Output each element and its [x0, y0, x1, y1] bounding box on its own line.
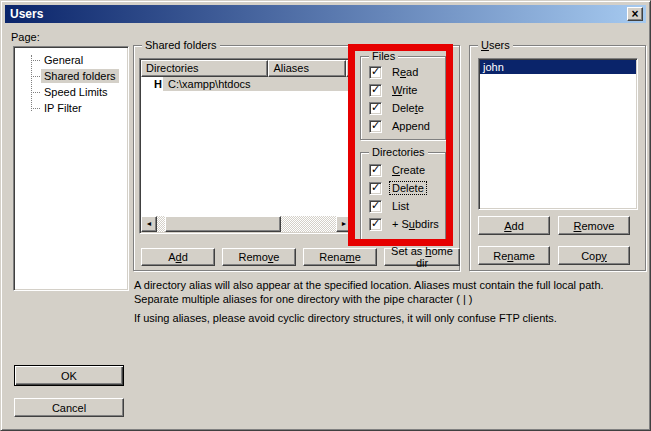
checkbox-write[interactable]: ✓Write — [369, 83, 419, 97]
directories-list[interactable]: Directories Aliases H C:\xampp\htdocs ◄ … — [139, 58, 354, 234]
check-icon: ✓ — [371, 65, 380, 78]
sidebar-item-shared-folders[interactable]: Shared folders — [14, 68, 126, 84]
users-group: Users john Add Remove Rename Copy — [469, 45, 646, 271]
sidebar-item-label: General — [41, 53, 86, 67]
users-list[interactable]: john — [478, 58, 638, 210]
sidebar-item-label-selected: Shared folders — [41, 69, 119, 83]
horizontal-scrollbar[interactable]: ◄ ► — [141, 216, 352, 232]
close-button[interactable]: × — [627, 7, 643, 21]
checkbox-box[interactable]: ✓ — [369, 102, 382, 115]
tree-branch-line — [31, 92, 40, 93]
scrollbar-thumb[interactable] — [165, 216, 281, 232]
close-icon: × — [631, 7, 638, 21]
home-dir-marker: H — [154, 77, 162, 91]
shared-folders-group: Shared folders Directories Aliases H C:\… — [133, 45, 460, 271]
checkbox-label: Append — [390, 120, 432, 132]
user-remove-button[interactable]: Remove — [558, 216, 630, 235]
tree-branch-line — [31, 76, 40, 77]
checkbox-label: Write — [390, 84, 419, 96]
directory-path: C:\xampp\htdocs — [168, 78, 251, 90]
checkbox-list[interactable]: ✓List — [369, 199, 411, 213]
checkbox-label: Delete — [390, 102, 426, 114]
sidebar-item-label: IP Filter — [41, 101, 85, 115]
column-header-filler — [346, 60, 352, 77]
tree-branch-line — [31, 108, 40, 109]
shared-add-button[interactable]: Add — [141, 248, 215, 266]
checkbox-label: Create — [390, 164, 427, 176]
column-header-directories[interactable]: Directories — [141, 60, 268, 77]
directories-group-label: Directories — [369, 146, 428, 158]
checkbox-label: + Subdirs — [390, 218, 441, 230]
checkbox-create[interactable]: ✓Create — [369, 163, 427, 177]
sidebar-item-label: Speed Limits — [41, 85, 111, 99]
user-rename-button[interactable]: Rename — [478, 246, 550, 265]
alias-note-text: A directory alias will also appear at th… — [134, 278, 639, 306]
directories-list-header: Directories Aliases — [141, 60, 352, 77]
sidebar-item-general[interactable]: General — [14, 52, 126, 68]
checkbox-box[interactable]: ✓ — [369, 84, 382, 97]
checkbox-box[interactable]: ✓ — [369, 218, 382, 231]
users-dialog: Users × Page: General Shared folders Spe… — [0, 0, 651, 431]
set-as-home-dir-button[interactable]: Set as home dir — [384, 248, 460, 266]
user-copy-button[interactable]: Copy — [558, 246, 630, 265]
tree-branch-line — [31, 60, 40, 61]
directories-group: Directories ✓Create ✓Delete ✓List ✓+ Sub… — [360, 152, 446, 242]
user-add-button[interactable]: Add — [478, 216, 550, 235]
checkbox-append[interactable]: ✓Append — [369, 119, 432, 133]
window-title: Users — [5, 7, 43, 21]
arrow-right-icon: ► — [341, 220, 348, 227]
cancel-button[interactable]: Cancel — [14, 398, 124, 417]
arrow-left-icon: ◄ — [146, 220, 153, 227]
checkbox-box[interactable]: ✓ — [369, 182, 382, 195]
checkbox-box[interactable]: ✓ — [369, 200, 382, 213]
check-icon: ✓ — [371, 163, 380, 176]
check-icon: ✓ — [371, 119, 380, 132]
cyclic-note-text: If using aliases, please avoid cyclic di… — [134, 311, 639, 325]
scroll-right-button[interactable]: ► — [336, 216, 352, 232]
shared-folders-group-label: Shared folders — [142, 39, 220, 51]
check-icon: ✓ — [371, 101, 380, 114]
scroll-left-button[interactable]: ◄ — [141, 216, 157, 232]
check-icon: ✓ — [371, 83, 380, 96]
page-label: Page: — [11, 31, 40, 43]
checkbox-read[interactable]: ✓Read — [369, 65, 420, 79]
check-icon: ✓ — [371, 199, 380, 212]
shared-remove-button[interactable]: Remove — [222, 248, 296, 266]
checkbox-box[interactable]: ✓ — [369, 66, 382, 79]
checkbox-label: List — [390, 200, 411, 212]
checkbox-label: Read — [390, 66, 420, 78]
checkbox-delete-dir[interactable]: ✓Delete — [369, 181, 426, 195]
check-icon: ✓ — [371, 217, 380, 230]
ok-button[interactable]: OK — [14, 365, 124, 386]
column-header-aliases[interactable]: Aliases — [268, 60, 346, 77]
checkbox-box[interactable]: ✓ — [369, 164, 382, 177]
checkbox-box[interactable]: ✓ — [369, 120, 382, 133]
checkbox-label-focused: Delete — [390, 182, 426, 194]
directory-row[interactable]: H C:\xampp\htdocs — [141, 77, 352, 91]
user-row-selected[interactable]: john — [480, 60, 636, 74]
page-list[interactable]: General Shared folders Speed Limits IP F… — [13, 46, 129, 291]
files-group: Files ✓Read ✓Write ✓Delete ✓Append — [360, 56, 446, 140]
shared-rename-button[interactable]: Rename — [303, 248, 377, 266]
directory-row-selection: C:\xampp\htdocs — [163, 77, 352, 91]
sidebar-item-ip-filter[interactable]: IP Filter — [14, 100, 126, 116]
user-name: john — [483, 61, 504, 73]
checkbox-subdirs[interactable]: ✓+ Subdirs — [369, 217, 441, 231]
users-group-label: Users — [478, 39, 513, 51]
checkbox-delete-file[interactable]: ✓Delete — [369, 101, 426, 115]
sidebar-item-speed-limits[interactable]: Speed Limits — [14, 84, 126, 100]
files-group-label: Files — [369, 50, 398, 62]
window-titlebar[interactable]: Users × — [5, 5, 646, 23]
check-icon: ✓ — [371, 181, 380, 194]
